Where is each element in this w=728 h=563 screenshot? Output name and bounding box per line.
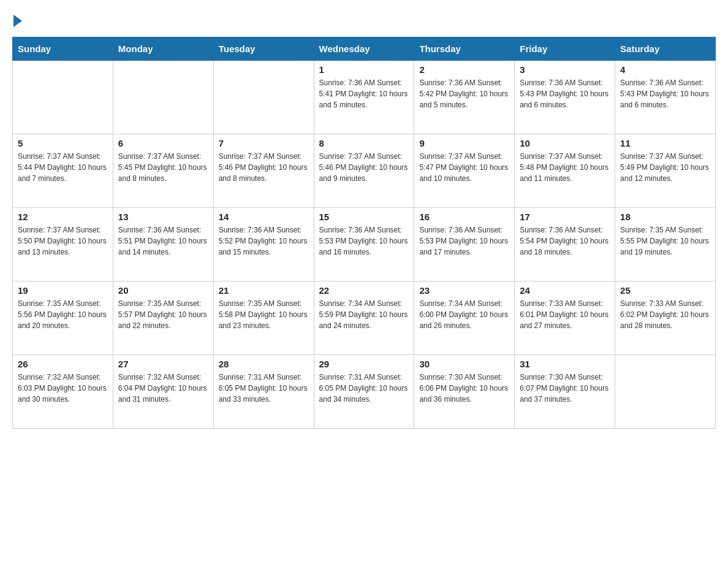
calendar-cell: 3Sunrise: 7:36 AM Sunset: 5:43 PM Daylig… — [515, 61, 615, 134]
day-info: Sunrise: 7:32 AM Sunset: 6:03 PM Dayligh… — [18, 372, 108, 405]
page-header — [12, 12, 716, 27]
day-info: Sunrise: 7:31 AM Sunset: 6:05 PM Dayligh… — [219, 372, 309, 405]
day-number: 14 — [219, 212, 309, 222]
calendar-cell: 2Sunrise: 7:36 AM Sunset: 5:42 PM Daylig… — [414, 61, 515, 134]
calendar-table: SundayMondayTuesdayWednesdayThursdayFrid… — [12, 37, 716, 429]
calendar-cell: 31Sunrise: 7:30 AM Sunset: 6:07 PM Dayli… — [515, 355, 615, 429]
day-info: Sunrise: 7:32 AM Sunset: 6:04 PM Dayligh… — [118, 372, 208, 405]
week-row-1: 1Sunrise: 7:36 AM Sunset: 5:41 PM Daylig… — [13, 61, 716, 134]
day-info: Sunrise: 7:37 AM Sunset: 5:48 PM Dayligh… — [520, 151, 610, 184]
week-row-5: 26Sunrise: 7:32 AM Sunset: 6:03 PM Dayli… — [13, 355, 716, 429]
calendar-cell: 12Sunrise: 7:37 AM Sunset: 5:50 PM Dayli… — [13, 208, 113, 282]
calendar-cell: 5Sunrise: 7:37 AM Sunset: 5:44 PM Daylig… — [13, 134, 113, 208]
day-number: 13 — [118, 212, 208, 222]
day-number: 9 — [419, 138, 509, 148]
day-number: 10 — [520, 138, 610, 148]
week-row-4: 19Sunrise: 7:35 AM Sunset: 5:56 PM Dayli… — [13, 282, 716, 355]
calendar-cell: 27Sunrise: 7:32 AM Sunset: 6:04 PM Dayli… — [113, 355, 213, 429]
day-info: Sunrise: 7:35 AM Sunset: 5:55 PM Dayligh… — [620, 224, 710, 258]
calendar-cell: 8Sunrise: 7:37 AM Sunset: 5:46 PM Daylig… — [314, 134, 414, 208]
calendar-cell: 1Sunrise: 7:36 AM Sunset: 5:41 PM Daylig… — [314, 61, 414, 134]
day-number: 8 — [319, 138, 409, 148]
calendar-cell: 15Sunrise: 7:36 AM Sunset: 5:53 PM Dayli… — [314, 208, 414, 282]
calendar-cell: 17Sunrise: 7:36 AM Sunset: 5:54 PM Dayli… — [515, 208, 615, 282]
calendar-cell: 14Sunrise: 7:36 AM Sunset: 5:52 PM Dayli… — [213, 208, 314, 282]
day-info: Sunrise: 7:37 AM Sunset: 5:46 PM Dayligh… — [219, 151, 309, 184]
day-info: Sunrise: 7:30 AM Sunset: 6:07 PM Dayligh… — [520, 372, 610, 405]
day-header-sunday: Sunday — [13, 37, 113, 61]
day-header-tuesday: Tuesday — [213, 37, 314, 61]
day-number: 2 — [419, 64, 509, 75]
calendar-cell: 11Sunrise: 7:37 AM Sunset: 5:49 PM Dayli… — [615, 134, 716, 208]
day-number: 26 — [18, 359, 108, 369]
calendar-cell — [13, 61, 113, 134]
day-number: 24 — [520, 285, 610, 296]
day-header-saturday: Saturday — [615, 37, 716, 61]
week-row-2: 5Sunrise: 7:37 AM Sunset: 5:44 PM Daylig… — [13, 134, 716, 208]
day-number: 27 — [118, 359, 208, 369]
day-number: 28 — [219, 359, 309, 369]
calendar-cell — [213, 61, 314, 134]
day-info: Sunrise: 7:34 AM Sunset: 6:00 PM Dayligh… — [419, 298, 509, 331]
calendar-cell: 9Sunrise: 7:37 AM Sunset: 5:47 PM Daylig… — [414, 134, 515, 208]
calendar-cell: 23Sunrise: 7:34 AM Sunset: 6:00 PM Dayli… — [414, 282, 515, 355]
day-number: 20 — [118, 285, 208, 296]
day-number: 7 — [219, 138, 309, 148]
calendar-cell: 28Sunrise: 7:31 AM Sunset: 6:05 PM Dayli… — [213, 355, 314, 429]
calendar-cell: 26Sunrise: 7:32 AM Sunset: 6:03 PM Dayli… — [13, 355, 113, 429]
logo-arrow-icon — [13, 15, 22, 27]
day-number: 3 — [520, 64, 610, 75]
day-info: Sunrise: 7:35 AM Sunset: 5:56 PM Dayligh… — [18, 298, 108, 331]
day-number: 30 — [419, 359, 509, 369]
day-info: Sunrise: 7:34 AM Sunset: 5:59 PM Dayligh… — [319, 298, 409, 331]
day-info: Sunrise: 7:31 AM Sunset: 6:05 PM Dayligh… — [319, 372, 409, 405]
day-number: 18 — [620, 212, 710, 222]
day-info: Sunrise: 7:35 AM Sunset: 5:58 PM Dayligh… — [219, 298, 309, 331]
day-info: Sunrise: 7:36 AM Sunset: 5:54 PM Dayligh… — [520, 224, 610, 258]
days-header-row: SundayMondayTuesdayWednesdayThursdayFrid… — [13, 37, 716, 61]
day-number: 22 — [319, 285, 409, 296]
day-header-wednesday: Wednesday — [314, 37, 414, 61]
day-info: Sunrise: 7:37 AM Sunset: 5:50 PM Dayligh… — [18, 224, 108, 258]
day-info: Sunrise: 7:36 AM Sunset: 5:42 PM Dayligh… — [419, 77, 509, 110]
day-info: Sunrise: 7:36 AM Sunset: 5:52 PM Dayligh… — [219, 224, 309, 258]
day-number: 17 — [520, 212, 610, 222]
calendar-cell: 13Sunrise: 7:36 AM Sunset: 5:51 PM Dayli… — [113, 208, 213, 282]
day-number: 4 — [620, 64, 710, 75]
week-row-3: 12Sunrise: 7:37 AM Sunset: 5:50 PM Dayli… — [13, 208, 716, 282]
calendar-cell: 25Sunrise: 7:33 AM Sunset: 6:02 PM Dayli… — [615, 282, 716, 355]
calendar-cell — [113, 61, 213, 134]
day-info: Sunrise: 7:37 AM Sunset: 5:49 PM Dayligh… — [620, 151, 710, 184]
calendar-cell: 10Sunrise: 7:37 AM Sunset: 5:48 PM Dayli… — [515, 134, 615, 208]
day-number: 5 — [18, 138, 108, 148]
day-info: Sunrise: 7:36 AM Sunset: 5:41 PM Dayligh… — [319, 77, 409, 110]
logo — [12, 12, 25, 27]
calendar-cell: 4Sunrise: 7:36 AM Sunset: 5:43 PM Daylig… — [615, 61, 716, 134]
day-info: Sunrise: 7:36 AM Sunset: 5:43 PM Dayligh… — [620, 77, 710, 110]
day-number: 16 — [419, 212, 509, 222]
day-number: 6 — [118, 138, 208, 148]
calendar-cell: 7Sunrise: 7:37 AM Sunset: 5:46 PM Daylig… — [213, 134, 314, 208]
calendar-cell: 29Sunrise: 7:31 AM Sunset: 6:05 PM Dayli… — [314, 355, 414, 429]
day-info: Sunrise: 7:30 AM Sunset: 6:06 PM Dayligh… — [419, 372, 509, 405]
day-number: 15 — [319, 212, 409, 222]
day-info: Sunrise: 7:36 AM Sunset: 5:53 PM Dayligh… — [319, 224, 409, 258]
day-number: 1 — [319, 64, 409, 75]
calendar-cell: 22Sunrise: 7:34 AM Sunset: 5:59 PM Dayli… — [314, 282, 414, 355]
day-number: 31 — [520, 359, 610, 369]
day-number: 21 — [219, 285, 309, 296]
calendar-cell: 21Sunrise: 7:35 AM Sunset: 5:58 PM Dayli… — [213, 282, 314, 355]
day-info: Sunrise: 7:37 AM Sunset: 5:47 PM Dayligh… — [419, 151, 509, 184]
day-header-monday: Monday — [113, 37, 213, 61]
day-info: Sunrise: 7:36 AM Sunset: 5:43 PM Dayligh… — [520, 77, 610, 110]
day-header-thursday: Thursday — [414, 37, 515, 61]
day-info: Sunrise: 7:37 AM Sunset: 5:45 PM Dayligh… — [118, 151, 208, 184]
day-number: 12 — [18, 212, 108, 222]
calendar-cell: 19Sunrise: 7:35 AM Sunset: 5:56 PM Dayli… — [13, 282, 113, 355]
day-number: 19 — [18, 285, 108, 296]
day-info: Sunrise: 7:33 AM Sunset: 6:01 PM Dayligh… — [520, 298, 610, 331]
day-number: 23 — [419, 285, 509, 296]
day-info: Sunrise: 7:35 AM Sunset: 5:57 PM Dayligh… — [118, 298, 208, 331]
day-info: Sunrise: 7:37 AM Sunset: 5:46 PM Dayligh… — [319, 151, 409, 184]
calendar-cell: 24Sunrise: 7:33 AM Sunset: 6:01 PM Dayli… — [515, 282, 615, 355]
